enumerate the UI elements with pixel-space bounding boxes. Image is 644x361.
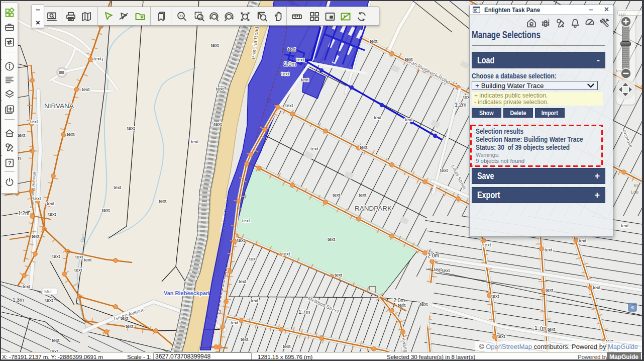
svg-text:text: text bbox=[405, 117, 413, 122]
svg-text:text: text bbox=[18, 132, 26, 138]
svg-text:text: text bbox=[335, 272, 343, 278]
svg-text:text: text bbox=[93, 56, 101, 61]
svg-text:1.2m: 1.2m bbox=[455, 102, 467, 108]
svg-text:text: text bbox=[491, 293, 499, 299]
svg-text:text: text bbox=[593, 285, 601, 290]
svg-text:2.0m: 2.0m bbox=[284, 61, 296, 67]
svg-text:text: text bbox=[288, 46, 296, 52]
svg-text:text: text bbox=[440, 167, 448, 173]
svg-text:text: text bbox=[52, 337, 60, 343]
svg-text:text: text bbox=[231, 320, 239, 325]
svg-text:text: text bbox=[579, 238, 587, 243]
svg-text:Van Riebeeckpark: Van Riebeeckpark bbox=[164, 290, 211, 296]
svg-text:text: text bbox=[214, 121, 222, 127]
svg-text:text: text bbox=[159, 198, 167, 204]
svg-text:text: text bbox=[310, 146, 318, 151]
svg-text:text: text bbox=[281, 71, 289, 76]
svg-text:text: text bbox=[82, 86, 90, 92]
svg-text:text: text bbox=[333, 192, 341, 198]
svg-text:text: text bbox=[32, 233, 40, 239]
svg-text:text: text bbox=[74, 267, 82, 273]
svg-text:text: text bbox=[191, 139, 199, 144]
svg-text:text: text bbox=[102, 207, 110, 213]
svg-text:text: text bbox=[216, 86, 224, 92]
svg-text:text: text bbox=[67, 131, 75, 137]
svg-text:text: text bbox=[84, 257, 92, 262]
svg-text:text: text bbox=[242, 218, 250, 223]
svg-text:text: text bbox=[359, 192, 367, 198]
svg-text:XY: XY bbox=[179, 14, 184, 18]
svg-text:text: text bbox=[249, 256, 257, 261]
svg-text:1.7m: 1.7m bbox=[298, 309, 310, 315]
svg-text:text: text bbox=[483, 242, 491, 247]
svg-text:text: text bbox=[241, 336, 249, 342]
svg-text:1.2m: 1.2m bbox=[18, 211, 29, 216]
svg-text:text: text bbox=[23, 284, 31, 289]
svg-text:2.0m: 2.0m bbox=[393, 297, 405, 303]
svg-text:text: text bbox=[251, 298, 259, 303]
svg-text:text: text bbox=[434, 266, 442, 272]
svg-text:text: text bbox=[328, 236, 336, 242]
svg-text:text: text bbox=[126, 323, 134, 329]
svg-text:text: text bbox=[497, 333, 505, 339]
svg-text:text: text bbox=[121, 315, 129, 321]
svg-text:1.7m: 1.7m bbox=[534, 325, 547, 331]
svg-text:Im: Im bbox=[634, 183, 639, 188]
svg-text:text: text bbox=[30, 119, 38, 124]
svg-text:2.0m: 2.0m bbox=[427, 252, 440, 258]
svg-text:text: text bbox=[545, 247, 553, 252]
svg-text:text: text bbox=[370, 38, 378, 44]
svg-text:text: text bbox=[285, 103, 293, 108]
svg-text:text: text bbox=[33, 196, 41, 201]
svg-text:text: text bbox=[114, 185, 122, 190]
svg-text:text: text bbox=[127, 125, 135, 131]
svg-text:text: text bbox=[548, 326, 556, 332]
svg-text:text: text bbox=[283, 343, 291, 349]
svg-text:1.3m: 1.3m bbox=[13, 297, 24, 303]
svg-text:text: text bbox=[301, 77, 309, 82]
svg-text:Loe: Loe bbox=[631, 190, 638, 195]
svg-text:?: ? bbox=[8, 160, 12, 166]
svg-text:text: text bbox=[296, 57, 304, 62]
svg-text:text: text bbox=[374, 115, 382, 120]
svg-text:text: text bbox=[45, 297, 53, 303]
svg-text:NIRVANA: NIRVANA bbox=[44, 102, 74, 110]
svg-text:text: text bbox=[47, 201, 55, 206]
svg-text:text: text bbox=[237, 237, 245, 243]
svg-text:text: text bbox=[52, 253, 60, 259]
svg-text:text: text bbox=[546, 287, 554, 293]
svg-text:text: text bbox=[442, 267, 450, 273]
svg-text:text: text bbox=[420, 301, 428, 307]
svg-text:text: text bbox=[360, 144, 368, 150]
svg-text:text: text bbox=[405, 56, 413, 62]
svg-text:text: text bbox=[211, 42, 219, 48]
svg-text:text: text bbox=[239, 279, 247, 284]
svg-text:Mul: Mul bbox=[44, 289, 52, 294]
svg-text:text: text bbox=[621, 223, 629, 228]
svg-text:RANDPARK: RANDPARK bbox=[355, 205, 392, 212]
svg-text:text: text bbox=[75, 254, 83, 259]
svg-text:text: text bbox=[282, 251, 290, 256]
svg-text:text: text bbox=[48, 211, 56, 217]
